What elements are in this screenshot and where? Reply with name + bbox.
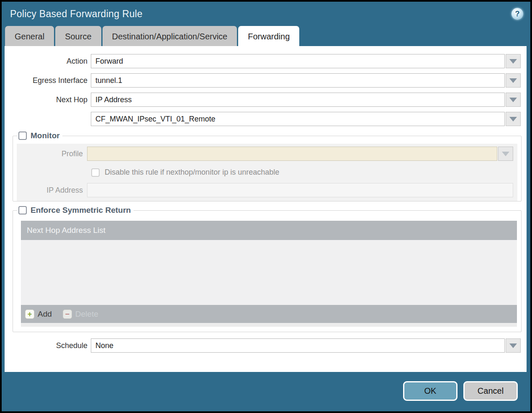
next-hop-address-row bbox=[5, 112, 527, 126]
table-bottom-strip bbox=[21, 323, 517, 327]
profile-row: Profile bbox=[17, 147, 517, 161]
disable-rule-checkbox[interactable] bbox=[91, 168, 100, 177]
next-hop-label: Next Hop bbox=[5, 96, 87, 104]
minus-icon: − bbox=[63, 310, 72, 319]
action-input[interactable] bbox=[91, 54, 505, 68]
forwarding-tab-panel: Action Egress Interface Next Hop bbox=[5, 46, 527, 372]
plus-icon: + bbox=[25, 310, 34, 319]
dialog-titlebar: Policy Based Forwarding Rule ? bbox=[2, 2, 530, 26]
add-button-label: Add bbox=[38, 310, 52, 319]
enforce-symmetric-return-fieldset: Enforce Symmetric Return Next Hop Addres… bbox=[13, 206, 522, 332]
monitor-ip-address-row: IP Address bbox=[17, 183, 517, 197]
next-hop-type-dropdown-button[interactable] bbox=[506, 93, 521, 107]
egress-interface-label: Egress Interface bbox=[5, 76, 87, 85]
help-icon[interactable]: ? bbox=[511, 8, 523, 20]
action-label: Action bbox=[5, 57, 87, 66]
monitor-fieldset: Monitor Profile Disable this rule if nex… bbox=[13, 131, 522, 201]
next-hop-address-input[interactable] bbox=[91, 112, 505, 126]
enforce-symmetric-return-legend-label: Enforce Symmetric Return bbox=[31, 206, 131, 215]
ok-button[interactable]: OK bbox=[403, 381, 457, 401]
next-hop-address-list-column-header: Next Hop Address List bbox=[27, 226, 105, 235]
egress-interface-row: Egress Interface bbox=[5, 73, 527, 88]
monitor-legend: Monitor bbox=[18, 131, 62, 140]
chevron-down-icon bbox=[509, 343, 517, 348]
next-hop-type-input[interactable] bbox=[91, 93, 505, 107]
schedule-row: Schedule bbox=[5, 338, 527, 353]
monitor-checkbox[interactable] bbox=[18, 132, 27, 140]
monitor-ip-address-label: IP Address bbox=[17, 186, 83, 195]
add-button[interactable]: + Add bbox=[25, 310, 52, 319]
schedule-dropdown-button[interactable] bbox=[506, 338, 521, 353]
schedule-input[interactable] bbox=[91, 338, 505, 353]
delete-button-label: Delete bbox=[75, 310, 98, 319]
chevron-down-icon bbox=[509, 78, 517, 83]
policy-based-forwarding-dialog: Policy Based Forwarding Rule ? General S… bbox=[2, 2, 530, 411]
action-row: Action bbox=[5, 54, 527, 68]
enforce-symmetric-return-legend: Enforce Symmetric Return bbox=[18, 206, 134, 215]
dialog-footer: OK Cancel bbox=[2, 370, 530, 411]
action-dropdown-button[interactable] bbox=[506, 54, 521, 68]
table-footer-toolbar: + Add − Delete bbox=[21, 305, 517, 323]
tab-bar: General Source Destination/Application/S… bbox=[2, 26, 530, 46]
tab-source[interactable]: Source bbox=[55, 26, 101, 46]
monitor-panel: Profile Disable this rule if nexthop/mon… bbox=[17, 144, 517, 201]
tab-forwarding[interactable]: Forwarding bbox=[238, 26, 299, 46]
table-body-empty bbox=[21, 240, 517, 305]
delete-button[interactable]: − Delete bbox=[63, 310, 98, 319]
dialog-title: Policy Based Forwarding Rule bbox=[10, 8, 143, 20]
profile-dropdown-button[interactable] bbox=[498, 147, 513, 161]
chevron-down-icon bbox=[509, 117, 517, 121]
profile-label: Profile bbox=[17, 150, 83, 158]
tab-destination-application-service[interactable]: Destination/Application/Service bbox=[103, 26, 237, 46]
enforce-symmetric-return-checkbox[interactable] bbox=[18, 206, 27, 214]
egress-interface-input[interactable] bbox=[91, 73, 505, 88]
chevron-down-icon bbox=[509, 98, 517, 102]
schedule-label: Schedule bbox=[5, 341, 87, 350]
disable-rule-label: Disable this rule if nexthop/monitor ip … bbox=[105, 168, 279, 177]
chevron-down-icon bbox=[502, 152, 509, 156]
disable-rule-row: Disable this rule if nexthop/monitor ip … bbox=[91, 167, 517, 178]
profile-input[interactable] bbox=[87, 147, 497, 161]
tab-general[interactable]: General bbox=[5, 26, 54, 46]
monitor-ip-address-input[interactable] bbox=[87, 183, 513, 197]
monitor-legend-label: Monitor bbox=[31, 131, 60, 140]
next-hop-address-list-table: Next Hop Address List + Add − Delete bbox=[21, 221, 517, 327]
table-header: Next Hop Address List bbox=[21, 221, 517, 240]
next-hop-row: Next Hop bbox=[5, 93, 527, 107]
cancel-button[interactable]: Cancel bbox=[463, 381, 518, 401]
chevron-down-icon bbox=[509, 59, 517, 64]
next-hop-address-dropdown-button[interactable] bbox=[506, 112, 521, 126]
egress-interface-dropdown-button[interactable] bbox=[506, 73, 521, 88]
